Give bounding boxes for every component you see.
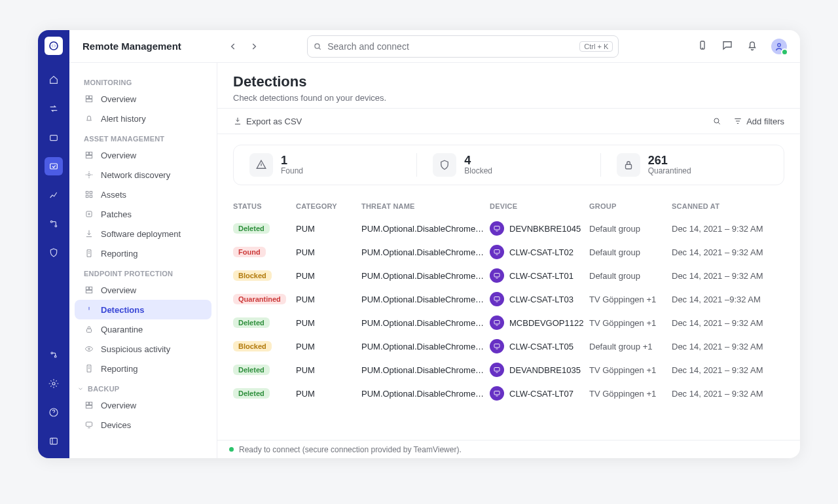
device-icon bbox=[490, 221, 504, 236]
bell-icon[interactable] bbox=[746, 39, 758, 54]
table-row[interactable]: DeletedPUMPUM.Optional.DisableChrome…DEV… bbox=[233, 358, 784, 382]
page-title: Detections bbox=[233, 73, 784, 90]
status-bar: Ready to connect (secure connection prov… bbox=[217, 440, 800, 458]
sidebar-item-devices[interactable]: Devices bbox=[75, 415, 211, 435]
sidebar-item-software-deployment[interactable]: Software deployment bbox=[75, 224, 211, 243]
table-row[interactable]: BlockedPUMPUM.Optional.DisableChrome…CLW… bbox=[233, 334, 784, 358]
sidebar-item-asset-reporting[interactable]: Reporting bbox=[75, 243, 211, 263]
cell-group: Default group bbox=[589, 224, 672, 234]
svg-rect-9 bbox=[50, 438, 58, 444]
app-logo[interactable] bbox=[45, 37, 63, 55]
sidebar-item-backup-overview[interactable]: Overview bbox=[75, 395, 211, 415]
rail-collapse[interactable] bbox=[45, 432, 63, 450]
svg-rect-28 bbox=[87, 329, 92, 332]
cell-group: TV Göppingen +1 bbox=[589, 295, 672, 304]
sidebar-item-asset-overview[interactable]: Overview bbox=[75, 145, 211, 165]
grid-icon bbox=[84, 189, 94, 200]
rail-security[interactable] bbox=[45, 243, 63, 262]
cell-device: CLW-CSAT-LT07 bbox=[490, 386, 589, 401]
svg-point-19 bbox=[88, 173, 90, 176]
report-icon bbox=[84, 248, 94, 259]
sidebar-item-endpoint-overview[interactable]: Overview bbox=[75, 280, 211, 300]
download-icon bbox=[233, 117, 242, 126]
sidebar-item-patches[interactable]: Patches bbox=[75, 204, 211, 224]
device-icon[interactable] bbox=[697, 39, 708, 54]
cell-category: PUM bbox=[296, 318, 361, 328]
lock-icon bbox=[84, 324, 94, 334]
rail-workflows[interactable] bbox=[45, 215, 63, 233]
report-icon bbox=[84, 363, 94, 374]
search-button[interactable] bbox=[712, 117, 721, 126]
cell-device: CLW-CSAT-LT02 bbox=[490, 245, 589, 259]
rail-management[interactable] bbox=[45, 157, 63, 175]
nav-rail bbox=[38, 30, 69, 458]
device-icon bbox=[490, 245, 504, 259]
cell-device: DEVNBKBRE1045 bbox=[490, 221, 589, 236]
sidebar-item-quarantine[interactable]: Quarantine bbox=[75, 319, 211, 339]
device-icon bbox=[490, 339, 504, 353]
nav-back[interactable] bbox=[225, 38, 242, 55]
rail-transfer[interactable] bbox=[45, 99, 63, 118]
svg-rect-23 bbox=[90, 195, 92, 198]
cell-group: Default group +1 bbox=[589, 342, 672, 351]
svg-rect-20 bbox=[86, 191, 88, 194]
rail-folder[interactable] bbox=[45, 128, 63, 147]
sidebar-item-monitoring-overview[interactable]: Overview bbox=[75, 89, 211, 109]
svg-point-4 bbox=[55, 225, 57, 227]
deploy-icon bbox=[84, 228, 94, 239]
sidebar-item-endpoint-reporting[interactable]: Reporting bbox=[75, 359, 211, 378]
alert-icon bbox=[84, 113, 94, 124]
section-backup[interactable]: BACKUP bbox=[75, 378, 211, 395]
export-csv-button[interactable]: Export as CSV bbox=[233, 117, 302, 126]
table-row[interactable]: BlockedPUMPUM.Optional.DisableChrome…CLW… bbox=[233, 264, 784, 287]
cell-scanned: Dec 14, 2021 – 9:32 AM bbox=[672, 224, 784, 234]
svg-rect-16 bbox=[86, 152, 88, 154]
device-icon bbox=[490, 386, 504, 401]
cell-device: CLW-CSAT-LT05 bbox=[490, 339, 589, 353]
filter-icon bbox=[733, 117, 742, 126]
nav-forward[interactable] bbox=[246, 38, 263, 55]
sidebar-item-detections[interactable]: Detections bbox=[75, 300, 211, 319]
cell-category: PUM bbox=[296, 365, 361, 375]
stat-found: 1Found bbox=[234, 153, 416, 177]
chevron-down-icon bbox=[77, 386, 84, 392]
cell-threat: PUM.Optional.DisableChrome… bbox=[361, 365, 490, 375]
sidebar-item-network-discovery[interactable]: Network discovery bbox=[75, 165, 211, 185]
sidebar-item-alert-history[interactable]: Alert history bbox=[75, 109, 211, 128]
table-header: STATUS CATEGORY THREAT NAME DEVICE GROUP… bbox=[233, 196, 784, 217]
svg-rect-31 bbox=[90, 402, 92, 405]
rail-integrations[interactable] bbox=[45, 346, 63, 364]
svg-point-6 bbox=[54, 355, 56, 357]
svg-rect-25 bbox=[86, 287, 88, 289]
svg-rect-27 bbox=[86, 291, 92, 293]
table-row[interactable]: DeletedPUMPUM.Optional.DisableChrome…CLW… bbox=[233, 382, 784, 405]
svg-point-5 bbox=[51, 352, 53, 354]
cell-category: PUM bbox=[296, 271, 361, 281]
rail-analytics[interactable] bbox=[45, 186, 63, 204]
table-row[interactable]: QuarantinedPUMPUM.Optional.DisableChrome… bbox=[233, 287, 784, 311]
sidebar-item-assets[interactable]: Assets bbox=[75, 185, 211, 204]
device-icon bbox=[490, 268, 504, 283]
search-input[interactable]: Search and connect Ctrl + K bbox=[307, 35, 619, 58]
avatar[interactable] bbox=[771, 39, 787, 54]
search-icon bbox=[313, 42, 322, 51]
table-row[interactable]: FoundPUMPUM.Optional.DisableChrome…CLW-C… bbox=[233, 240, 784, 264]
dashboard-icon bbox=[84, 400, 94, 410]
chat-icon[interactable] bbox=[721, 39, 733, 54]
svg-rect-36 bbox=[494, 226, 500, 230]
rail-home[interactable] bbox=[45, 71, 63, 89]
svg-rect-33 bbox=[86, 422, 92, 426]
table-row[interactable]: DeletedPUMPUM.Optional.DisableChrome…MCB… bbox=[233, 311, 784, 334]
cell-scanned: Dec 14, 2021 – 9:32 AM bbox=[672, 271, 784, 281]
eye-icon bbox=[84, 344, 94, 354]
section-endpoint: ENDPOINT PROTECTION bbox=[75, 263, 211, 280]
cell-category: PUM bbox=[296, 389, 361, 399]
table-row[interactable]: DeletedPUMPUM.Optional.DisableChrome…DEV… bbox=[233, 217, 784, 240]
exclaim-icon bbox=[84, 304, 94, 315]
rail-settings[interactable] bbox=[45, 374, 63, 393]
device-icon bbox=[84, 420, 94, 430]
status-badge: Blocked bbox=[233, 270, 272, 281]
rail-help[interactable] bbox=[45, 403, 63, 422]
sidebar-item-suspicious-activity[interactable]: Suspicious activity bbox=[75, 339, 211, 359]
add-filters-button[interactable]: Add filters bbox=[733, 117, 784, 126]
